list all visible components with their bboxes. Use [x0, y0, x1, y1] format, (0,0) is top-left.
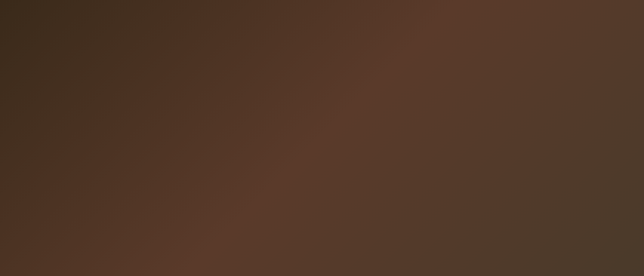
tv-frame: TV LIBRARY HOME LIVE: [113, 15, 531, 261]
main-content: TOP PICKS FOR YOU SC SPORTSCENTER: [116, 43, 529, 258]
resume-watching-row: [128, 166, 517, 193]
resume-card-4[interactable]: [435, 166, 472, 193]
